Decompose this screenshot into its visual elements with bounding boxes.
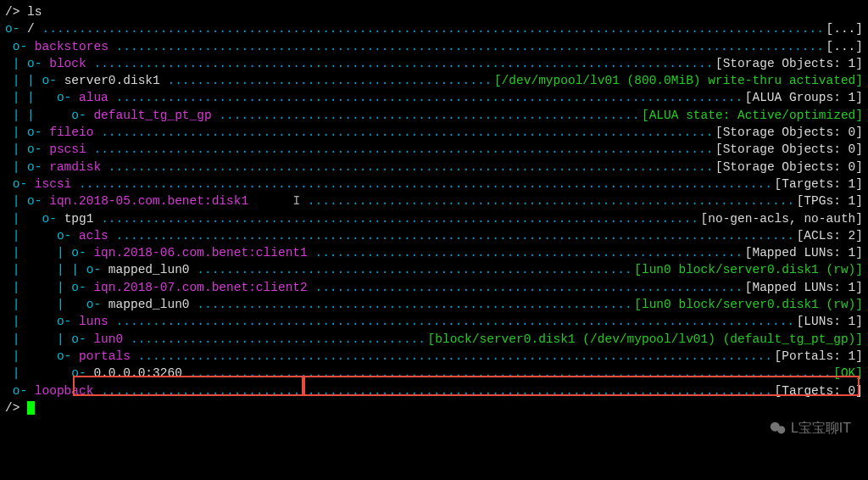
tree-loopback: o- loopback [Targets: 0] bbox=[5, 382, 863, 399]
prompt-line: /> ls bbox=[5, 3, 863, 20]
tree-acls: | o- acls [ACLs: 2] bbox=[5, 227, 863, 244]
tree-iscsi: o- iscsi [Targets: 1] bbox=[5, 176, 863, 193]
tree-mapped-lun0-2: | | o- mapped_lun0 [lun0 block/server0.d… bbox=[5, 296, 863, 313]
tree-client2: | | o- iqn.2018-07.com.benet:client2 [Ma… bbox=[5, 279, 863, 296]
tree-default-tg: | | o- default_tg_pt_gp [ALUA state: Act… bbox=[5, 107, 863, 124]
tree-server0-disk1: | | o- server0.disk1 [/dev/mypool/lv01 (… bbox=[5, 72, 863, 89]
tree-lun0: | | o- lun0 [block/server0.disk1 (/dev/m… bbox=[5, 331, 863, 348]
text-cursor: I bbox=[248, 194, 300, 208]
tree-block: | o- block [Storage Objects: 1] bbox=[5, 55, 863, 72]
tree-client1: | | o- iqn.2018-06.com.benet:client1 [Ma… bbox=[5, 244, 863, 261]
tree-tpg1: | o- tpg1 [no-gen-acls, no-auth] bbox=[5, 210, 863, 227]
tree-fileio: | o- fileio [Storage Objects: 0] bbox=[5, 124, 863, 141]
tree-root: o- / [...] bbox=[5, 20, 863, 37]
wechat-icon bbox=[769, 419, 787, 438]
prompt-line-2[interactable]: /> bbox=[5, 399, 863, 416]
svg-point-1 bbox=[777, 426, 785, 433]
tree-iqn-disk1: | o- iqn.2018-05.com.benet:disk1 I [TPGs… bbox=[5, 193, 863, 209]
prompt-text: /> ls bbox=[5, 3, 42, 20]
tree-mapped-lun0-1: | | | o- mapped_lun0 [lun0 block/server0… bbox=[5, 261, 863, 278]
cursor-icon bbox=[27, 401, 35, 415]
tree-alua: | | o- alua [ALUA Groups: 1] bbox=[5, 89, 863, 106]
dots bbox=[35, 20, 826, 37]
tree-luns: | o- luns [LUNs: 1] bbox=[5, 313, 863, 330]
watermark: L宝宝聊IT bbox=[769, 419, 851, 438]
tree-portals: | o- portals [Portals: 1] bbox=[5, 348, 863, 365]
tree-ramdisk: | o- ramdisk [Storage Objects: 0] bbox=[5, 159, 863, 176]
tree-backstores: o- backstores [...] bbox=[5, 38, 863, 55]
tree-portal-0: | o- 0.0.0.0:3260 [OK] bbox=[5, 365, 863, 382]
tree-pscsi: | o- pscsi [Storage Objects: 0] bbox=[5, 141, 863, 158]
